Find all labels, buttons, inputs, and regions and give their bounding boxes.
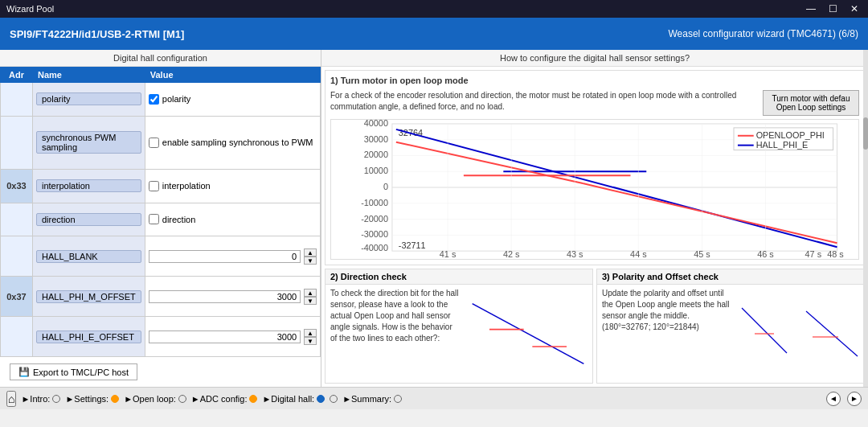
polarity-checkbox[interactable] [149,94,159,105]
hall-phi-e-offset-input[interactable] [149,331,301,343]
nav-open-loop-circle [178,395,186,403]
addr-cell: 0x37 [1,277,33,317]
name-cell: HALL_BLANK [33,236,145,277]
section2-chart-svg [464,285,592,383]
name-label: synchronous PWM sampling [36,131,141,154]
section3-description: Update the polarity and offset until the… [597,285,735,383]
home-button[interactable]: ⌂ [6,391,16,407]
checkbox-group: direction [149,214,317,224]
section3-title: 3) Polarity and Offset check [597,269,864,285]
table-row: direction direction [1,203,321,236]
svg-text:48 s: 48 s [827,249,844,259]
export-button[interactable]: 💾 Export to TMCL/PC host [10,363,137,380]
svg-text:30000: 30000 [364,134,388,144]
sync-pwm-checkbox[interactable] [149,138,159,148]
export-label: Export to TMCL/PC host [33,367,129,377]
svg-text:OPENLOOP_PHI: OPENLOOP_PHI [756,130,825,140]
nav-open-loop[interactable]: ►Open loop: [124,394,186,404]
nav-adc-label: ►ADC config: [191,394,248,404]
left-panel: Digital hall configuration Adr Name Valu… [0,50,321,387]
checkbox-group: polarity [149,94,317,105]
spinner-up[interactable]: ▲ [304,289,317,297]
addr-cell [1,236,33,277]
addr-cell [1,83,33,117]
scrollbar[interactable] [863,50,868,387]
name-label: polarity [36,92,141,105]
minimize-button[interactable]: — [803,3,819,14]
forward-button[interactable]: ► [847,392,862,406]
value-cell: ▲ ▼ [145,277,320,317]
nav-open-loop-label: ►Open loop: [124,394,176,404]
section3-chart-svg [735,285,864,383]
svg-text:-20000: -20000 [361,214,388,224]
export-icon: 💾 [18,367,30,377]
name-label: HALL_BLANK [36,250,141,263]
checkbox-label: polarity [162,94,190,104]
close-button[interactable]: ✕ [847,3,862,14]
spinner-down[interactable]: ▼ [304,257,317,265]
value-cell: ▲ ▼ [145,236,320,277]
interpolation-checkbox[interactable] [149,181,159,191]
nav-digital-hall[interactable]: ►Digital hall: [262,394,325,404]
chart-svg: 40000 30000 20000 10000 0 -10000 -20000 … [331,120,858,259]
hall-phi-m-offset-input[interactable] [149,290,301,303]
value-cell: enable sampling synchronous to PWM [145,116,320,169]
nav-digital-hall-circle [317,395,325,403]
svg-text:40000: 40000 [364,120,388,128]
name-cell: polarity [33,83,145,117]
table-row: HALL_BLANK ▲ ▼ [1,236,321,277]
nav-intro[interactable]: ►Intro: [21,394,60,404]
maximize-button[interactable]: ☐ [825,3,841,14]
right-panel-title: How to configure the digital hall sensor… [321,50,868,67]
svg-text:0: 0 [383,182,388,191]
right-panel: How to configure the digital hall sensor… [321,50,868,387]
nav-intro-circle [52,395,60,403]
svg-text:45 s: 45 s [694,249,710,259]
checkbox-group: enable sampling synchronous to PWM [149,138,317,148]
name-cell: interpolation [33,169,145,203]
col-value: Value [145,68,320,83]
section2-title: 2) Direction check [326,269,592,285]
export-container: 💾 Export to TMCL/PC host [3,360,317,384]
name-label: direction [36,213,141,226]
section3-chart [735,285,864,383]
svg-text:20000: 20000 [364,150,388,159]
nav-settings-circle [111,395,119,403]
name-cell: synchronous PWM sampling [33,116,145,169]
nav-summary[interactable]: ►Summary: [342,394,402,404]
svg-text:HALL_PHI_E: HALL_PHI_E [756,140,809,150]
nav-adc-config[interactable]: ►ADC config: [191,394,258,404]
addr-cell [1,203,33,236]
addr-cell: 0x33 [1,169,33,203]
spinner-down[interactable]: ▼ [304,297,317,305]
spinner-down[interactable]: ▼ [304,337,317,345]
svg-text:-40000: -40000 [361,243,388,253]
section2: 2) Direction check To check the directio… [325,269,593,384]
svg-text:10000: 10000 [364,166,388,175]
section2-chart [464,285,592,383]
turn-motor-button[interactable]: Turn motor with defauOpen Loop settings [763,90,859,116]
spinner-up[interactable]: ▲ [304,248,317,257]
nav-settings[interactable]: ►Settings: [65,394,119,404]
svg-text:42 s: 42 s [503,249,520,259]
spinner-up[interactable]: ▲ [304,329,317,337]
left-panel-title: Digital hall configuration [0,50,321,67]
direction-checkbox[interactable] [149,214,159,224]
name-cell: HALL_PHI_E_OFFSET [33,317,145,357]
nav-settings-label: ►Settings: [65,394,108,404]
spinner-buttons: ▲ ▼ [304,248,317,265]
svg-text:-10000: -10000 [361,198,388,207]
app-header: SPI9/FT4222H/id1/USB-2-RTMI [M1] Weasel … [0,18,868,50]
svg-text:41 s: 41 s [440,249,457,259]
name-cell: direction [33,203,145,236]
spinner-buttons: ▲ ▼ [304,329,317,345]
hall-blank-input[interactable] [149,250,301,263]
back-button[interactable]: ◄ [826,392,841,406]
section1: 1) Turn motor in open loop mode For a ch… [325,70,865,265]
svg-text:-30000: -30000 [361,229,388,239]
table-row: HALL_PHI_E_OFFSET ▲ ▼ [1,317,321,357]
checkbox-label: enable sampling synchronous to PWM [162,138,313,147]
checkbox-label: interpolation [162,181,211,191]
scrollbar-thumb[interactable] [863,117,868,150]
name-label: HALL_PHI_E_OFFSET [36,331,141,343]
